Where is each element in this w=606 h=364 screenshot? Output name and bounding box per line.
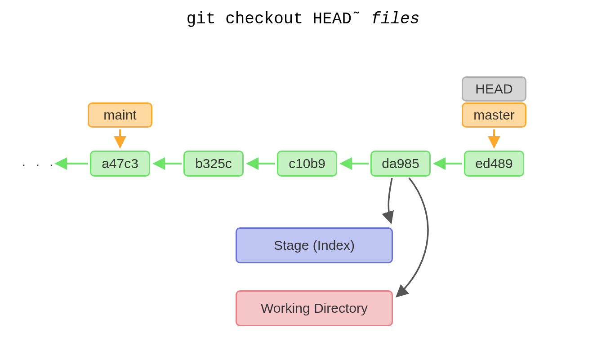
arrow-da985-to-stage	[388, 178, 392, 223]
branch-maint: maint	[88, 102, 152, 128]
commit-a47c3: a47c3	[90, 151, 150, 177]
command-text: git checkout HEAD˜	[187, 10, 371, 28]
command-arg: files	[371, 10, 419, 28]
history-ellipsis: · · ·	[22, 155, 56, 173]
branch-master: master	[462, 102, 526, 128]
arrow-da985-to-workdir	[397, 178, 428, 297]
commit-da985: da985	[370, 151, 431, 177]
command-title: git checkout HEAD˜ files	[0, 10, 606, 28]
stage-index: Stage (Index)	[236, 227, 393, 263]
head-label: HEAD	[462, 76, 526, 102]
commit-c10b9: c10b9	[277, 151, 337, 177]
commit-b325c: b325c	[183, 151, 244, 177]
working-directory: Working Directory	[236, 290, 393, 326]
commit-ed489: ed489	[464, 151, 524, 177]
